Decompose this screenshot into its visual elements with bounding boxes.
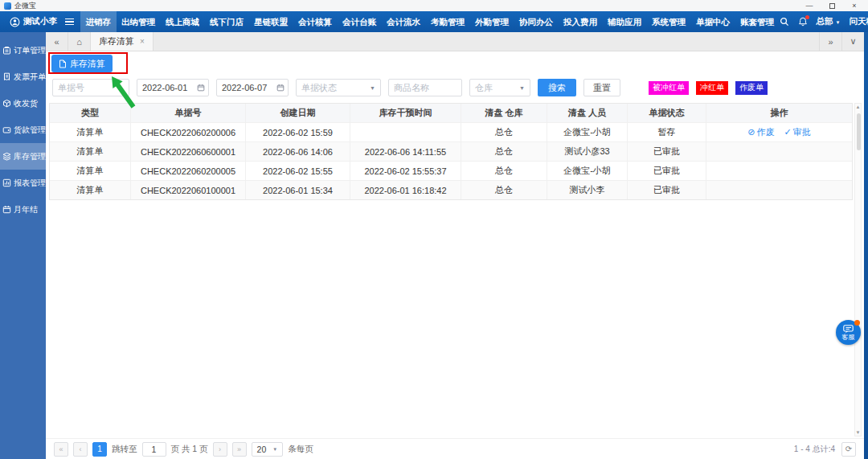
current-page-button[interactable]: 1 bbox=[92, 442, 107, 457]
close-button[interactable]: × bbox=[845, 0, 864, 11]
sidebar-item-invoice[interactable]: 发票开单 bbox=[0, 64, 46, 90]
company-label: 问天科技 bbox=[849, 16, 868, 27]
table-scrollbar[interactable]: ▲ ▼ bbox=[854, 103, 862, 436]
scrollbar-thumb[interactable] bbox=[857, 113, 861, 150]
prev-page-button[interactable]: ‹ bbox=[73, 442, 88, 457]
sidebar-item-payment[interactable]: 货款管理 bbox=[0, 117, 46, 143]
nav-item-xinglian[interactable]: 星链联盟 bbox=[249, 11, 293, 32]
first-page-button[interactable]: « bbox=[54, 442, 68, 457]
chevron-down-icon: ▼ bbox=[519, 85, 525, 91]
column-header: 单据状态 bbox=[627, 104, 706, 122]
main-area: 订单管理 发票开单 收发货 货款管理 库存管理 报表管理 月年结 bbox=[0, 32, 868, 459]
jump-label: 跳转至 bbox=[112, 444, 137, 455]
order-icon bbox=[2, 46, 11, 55]
customer-service-button[interactable]: 客服 bbox=[836, 320, 861, 345]
company-dropdown[interactable]: 问天科技 ▼ bbox=[849, 16, 868, 27]
nav-user[interactable]: 测试小李 bbox=[5, 16, 62, 27]
warehouse-placeholder: 仓库 bbox=[475, 82, 493, 94]
top-nav: 测试小李 进销存 出纳管理 线上商城 线下门店 星链联盟 会计核算 会计台账 会… bbox=[0, 11, 868, 32]
nav-item-touru[interactable]: 投入费用 bbox=[559, 11, 603, 32]
page-size-select[interactable]: 20 ▼ bbox=[252, 442, 284, 457]
nav-item-zhangtao[interactable]: 账套管理 bbox=[735, 11, 780, 32]
approve-action-label: 审批 bbox=[793, 126, 811, 138]
menu-icon[interactable] bbox=[65, 18, 74, 26]
sidebar-item-month-year-close[interactable]: 月年结 bbox=[0, 196, 46, 223]
notification-dot bbox=[854, 320, 860, 326]
minimize-button[interactable]: — bbox=[800, 0, 819, 11]
nav-item-danju[interactable]: 单据中心 bbox=[691, 11, 735, 32]
product-name-input[interactable] bbox=[388, 79, 462, 96]
nav-item-xitong[interactable]: 系统管理 bbox=[647, 11, 691, 32]
doc-status-select[interactable]: 单据状态 ▼ bbox=[296, 79, 381, 96]
sidebar-item-shipping[interactable]: 收发货 bbox=[0, 90, 46, 117]
per-page-label: 条每页 bbox=[288, 444, 313, 455]
chevron-down-icon: ▼ bbox=[836, 20, 841, 25]
cell-person: 企微宝-小胡 bbox=[547, 122, 627, 141]
tab-close-icon[interactable]: × bbox=[140, 37, 145, 46]
sidebar-item-inventory[interactable]: 库存管理 bbox=[0, 143, 46, 170]
new-document-icon bbox=[59, 59, 67, 68]
column-header: 库存干预时间 bbox=[350, 104, 461, 122]
cell-actions: ⊘ 作废 ✓ 审批 bbox=[706, 122, 852, 141]
cell-doc-no: CHECK2022060200006 bbox=[130, 122, 245, 141]
nav-item-kuaiji-taizhang[interactable]: 会计台账 bbox=[338, 11, 382, 32]
last-page-button[interactable]: » bbox=[232, 442, 247, 457]
scroll-down-icon[interactable]: ▼ bbox=[856, 430, 861, 435]
maximize-icon bbox=[829, 3, 835, 9]
void-action-link[interactable]: ⊘ 作废 bbox=[747, 126, 774, 138]
column-header: 单据号 bbox=[130, 104, 245, 122]
warehouse-select[interactable]: 仓库 ▼ bbox=[469, 79, 530, 96]
jump-page-input[interactable] bbox=[142, 442, 166, 457]
chat-bubble-icon bbox=[843, 325, 854, 334]
date-to-field[interactable] bbox=[216, 79, 289, 96]
cell-person: 测试小李 bbox=[547, 180, 627, 199]
nav-item-waiqin[interactable]: 外勤管理 bbox=[470, 11, 514, 32]
home-icon[interactable]: ⌂ bbox=[68, 32, 91, 51]
column-header: 类型 bbox=[50, 104, 130, 122]
nav-item-kuaiji-hesuan[interactable]: 会计核算 bbox=[293, 11, 338, 32]
tab-inventory-liquidation[interactable]: 库存清算 × bbox=[91, 32, 154, 51]
notification-bell-icon[interactable] bbox=[798, 17, 808, 27]
column-header: 操作 bbox=[706, 104, 852, 122]
nav-item-fuzhu[interactable]: 辅助应用 bbox=[603, 11, 647, 32]
date-from-field[interactable] bbox=[137, 79, 209, 96]
sidebar-item-reports[interactable]: 报表管理 bbox=[0, 170, 46, 196]
nav-item-xietong[interactable]: 协同办公 bbox=[514, 11, 559, 32]
cell-intervene: 2022-06-02 15:55:37 bbox=[350, 161, 461, 180]
approve-action-link[interactable]: ✓ 审批 bbox=[784, 126, 811, 138]
nav-item-kaoqin[interactable]: 考勤管理 bbox=[426, 11, 470, 32]
expand-tabs-icon[interactable]: » bbox=[819, 32, 841, 51]
new-liquidation-button[interactable]: 库存清算 bbox=[51, 55, 113, 72]
date-from-input[interactable] bbox=[137, 79, 209, 96]
cell-status: 已审批 bbox=[627, 180, 706, 199]
tab-list-chevron-icon[interactable]: ∨ bbox=[841, 32, 864, 51]
app-icon bbox=[4, 2, 11, 10]
nav-item-jinxiaocun[interactable]: 进销存 bbox=[80, 11, 117, 32]
reset-button[interactable]: 重置 bbox=[583, 79, 620, 96]
date-to-input[interactable] bbox=[216, 79, 289, 96]
cell-created: 2022-06-01 15:34 bbox=[245, 180, 350, 199]
nav-item-xianshang[interactable]: 线上商城 bbox=[161, 11, 205, 32]
cell-status: 已审批 bbox=[627, 141, 706, 161]
cell-warehouse: 总仓 bbox=[461, 122, 547, 141]
cell-intervene: 2022-06-01 16:18:42 bbox=[350, 180, 461, 199]
sidebar-item-orders[interactable]: 订单管理 bbox=[0, 37, 46, 64]
cell-person: 测试小彦33 bbox=[547, 141, 627, 161]
refresh-button[interactable]: ⟳ bbox=[841, 442, 856, 457]
page-total-label: 页 共 1 页 bbox=[171, 444, 208, 455]
cell-actions bbox=[706, 180, 852, 199]
nav-item-chuna[interactable]: 出纳管理 bbox=[117, 11, 161, 32]
org-dropdown[interactable]: 总部 ▼ bbox=[817, 16, 841, 27]
collapse-sidebar-icon[interactable]: « bbox=[46, 32, 68, 51]
doc-no-input[interactable] bbox=[52, 79, 129, 96]
next-page-button[interactable]: › bbox=[213, 442, 227, 457]
nav-item-xianxia[interactable]: 线下门店 bbox=[205, 11, 249, 32]
sidebar-item-label: 货款管理 bbox=[14, 125, 46, 136]
search-icon[interactable] bbox=[780, 17, 789, 27]
maximize-button[interactable] bbox=[822, 0, 841, 11]
user-avatar-icon bbox=[10, 17, 20, 27]
search-button[interactable]: 搜索 bbox=[538, 79, 576, 96]
scroll-up-icon[interactable]: ▲ bbox=[856, 105, 861, 109]
nav-item-kuaiji-liushui[interactable]: 会计流水 bbox=[382, 11, 426, 32]
wallet-icon bbox=[2, 125, 11, 134]
